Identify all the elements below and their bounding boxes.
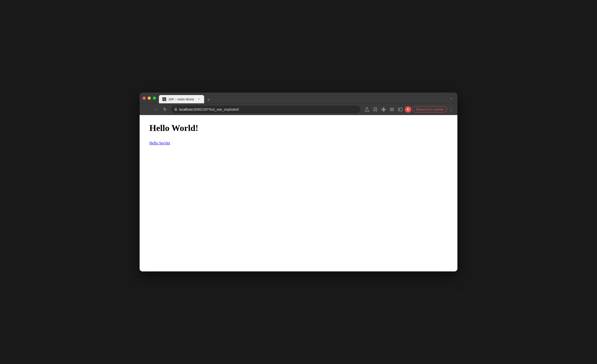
forward-button[interactable]: → xyxy=(152,106,159,113)
minimize-window-button[interactable] xyxy=(148,96,151,100)
svg-rect-6 xyxy=(385,109,386,110)
nav-actions: E Relaunch to update ⋮ xyxy=(363,106,454,113)
relaunch-button[interactable]: Relaunch to update xyxy=(412,106,447,112)
address-bar[interactable]: localhost:8080/JSPTest_war_exploded/ xyxy=(171,106,360,113)
svg-rect-9 xyxy=(390,109,394,110)
tab-close-button[interactable]: × xyxy=(197,97,201,101)
nav-bar: ← → ↻ localhost:8080/JSPTest_war_explode… xyxy=(140,103,457,115)
svg-rect-11 xyxy=(398,108,402,111)
active-tab[interactable]: J JSP – Hello World × xyxy=(159,95,204,103)
reload-button[interactable]: ↻ xyxy=(161,106,168,113)
url-text: localhost:8080/JSPTest_war_exploded/ xyxy=(179,107,239,111)
tab-favicon-icon: J xyxy=(162,97,166,101)
security-lock-icon xyxy=(174,107,177,111)
svg-text:J: J xyxy=(164,98,165,101)
svg-rect-5 xyxy=(383,109,384,110)
tab-title: JSP – Hello World xyxy=(168,97,194,101)
reading-list-button[interactable] xyxy=(388,106,396,113)
sidebar-button[interactable] xyxy=(397,106,404,113)
more-options-button[interactable]: ⋮ xyxy=(448,107,454,112)
traffic-lights xyxy=(143,96,156,100)
user-avatar[interactable]: E xyxy=(405,106,411,113)
url-host: localhost xyxy=(179,107,193,111)
back-button[interactable]: ← xyxy=(143,106,150,113)
browser-window: J JSP – Hello World × + ⌄ ← → ↻ xyxy=(140,93,457,271)
svg-rect-4 xyxy=(383,107,384,109)
svg-rect-3 xyxy=(382,109,383,110)
svg-rect-8 xyxy=(390,108,394,108)
maximize-window-button[interactable] xyxy=(153,96,156,100)
bookmark-button[interactable] xyxy=(372,106,379,113)
tab-dropdown-button[interactable]: ⌄ xyxy=(448,95,454,101)
title-bar: J JSP – Hello World × + ⌄ xyxy=(140,93,457,103)
hello-servlet-link[interactable]: Hello Servlet xyxy=(149,141,170,145)
page-heading: Hello World! xyxy=(149,123,448,133)
close-window-button[interactable] xyxy=(143,96,146,100)
svg-rect-10 xyxy=(390,110,394,111)
url-path: :8080/JSPTest_war_exploded/ xyxy=(193,107,239,111)
svg-rect-2 xyxy=(175,109,177,111)
share-button[interactable] xyxy=(363,106,371,113)
new-tab-button[interactable]: + xyxy=(205,96,212,103)
tabs-area: J JSP – Hello World × + xyxy=(159,93,448,103)
extensions-button[interactable] xyxy=(380,106,387,113)
page-content: Hello World! Hello Servlet xyxy=(140,115,457,271)
svg-rect-7 xyxy=(383,110,384,111)
